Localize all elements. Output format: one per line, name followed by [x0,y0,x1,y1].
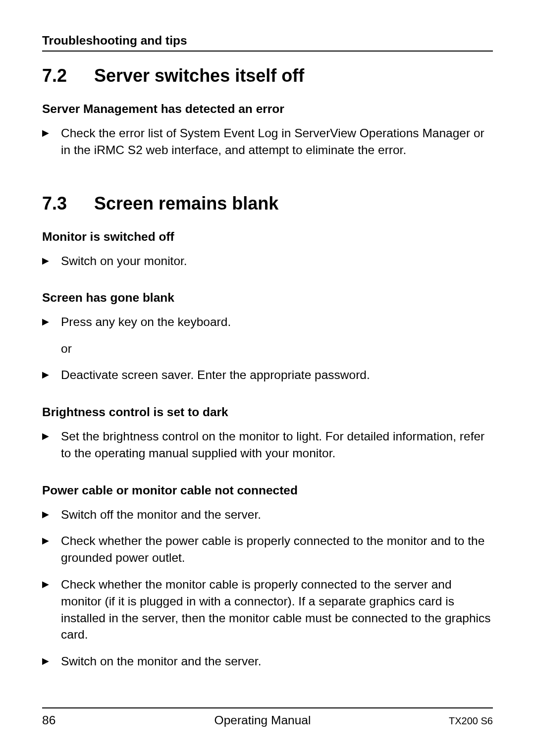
bullet-item: ▶ Press any key on the keyboard. [42,314,493,330]
bullet-item: ▶ Switch on the monitor and the server. [42,653,493,670]
bullet-text: Deactivate screen saver. Enter the appro… [61,367,493,383]
bullet-text: Check whether the power cable is properl… [61,533,493,566]
section-title: Server switches itself off [94,65,304,86]
bullet-item: ▶ Check whether the monitor cable is pro… [42,576,493,643]
sub-heading: Power cable or monitor cable not connect… [42,484,493,497]
section-number: 7.2 [42,65,94,86]
bullet-item: ▶ Set the brightness control on the moni… [42,428,493,462]
section-title: Screen remains blank [94,193,278,214]
bullet-text: Check the error list of System Event Log… [61,125,493,159]
page-footer: 86 Operating Manual TX200 S6 [42,707,493,727]
bullet-text: Set the brightness control on the monito… [61,428,493,462]
footer-row: 86 Operating Manual TX200 S6 [42,713,493,727]
bullet-item: ▶ Deactivate screen saver. Enter the app… [42,367,493,383]
triangle-bullet-icon: ▶ [42,533,61,566]
indent-text-or: or [61,340,493,357]
bullet-text: Switch off the monitor and the server. [61,506,493,523]
document-page: Troubleshooting and tips 7.2 Server swit… [0,0,535,670]
header-rule [42,51,493,52]
bullet-item: ▶ Switch off the monitor and the server. [42,506,493,523]
section-heading-7-2: 7.2 Server switches itself off [42,65,493,86]
triangle-bullet-icon: ▶ [42,428,61,462]
footer-center-text: Operating Manual [102,713,424,727]
bullet-item: ▶ Switch on your monitor. [42,253,493,270]
triangle-bullet-icon: ▶ [42,506,61,523]
sub-heading: Server Management has detected an error [42,102,493,116]
bullet-text: Switch on your monitor. [61,253,493,270]
section-number: 7.3 [42,193,94,214]
triangle-bullet-icon: ▶ [42,125,61,159]
triangle-bullet-icon: ▶ [42,576,61,643]
page-number: 86 [42,713,102,727]
triangle-bullet-icon: ▶ [42,367,61,383]
sub-heading: Screen has gone blank [42,291,493,305]
triangle-bullet-icon: ▶ [42,653,61,670]
section-heading-7-3: 7.3 Screen remains blank [42,193,493,214]
bullet-item: ▶ Check whether the power cable is prope… [42,533,493,566]
triangle-bullet-icon: ▶ [42,253,61,270]
bullet-text: Check whether the monitor cable is prope… [61,576,493,643]
bullet-item: ▶ Check the error list of System Event L… [42,125,493,159]
running-header: Troubleshooting and tips [42,34,493,51]
footer-rule [42,707,493,708]
bullet-text: Press any key on the keyboard. [61,314,493,330]
sub-heading: Monitor is switched off [42,230,493,244]
bullet-text: Switch on the monitor and the server. [61,653,493,670]
triangle-bullet-icon: ▶ [42,314,61,330]
sub-heading: Brightness control is set to dark [42,405,493,419]
footer-model: TX200 S6 [424,715,493,727]
